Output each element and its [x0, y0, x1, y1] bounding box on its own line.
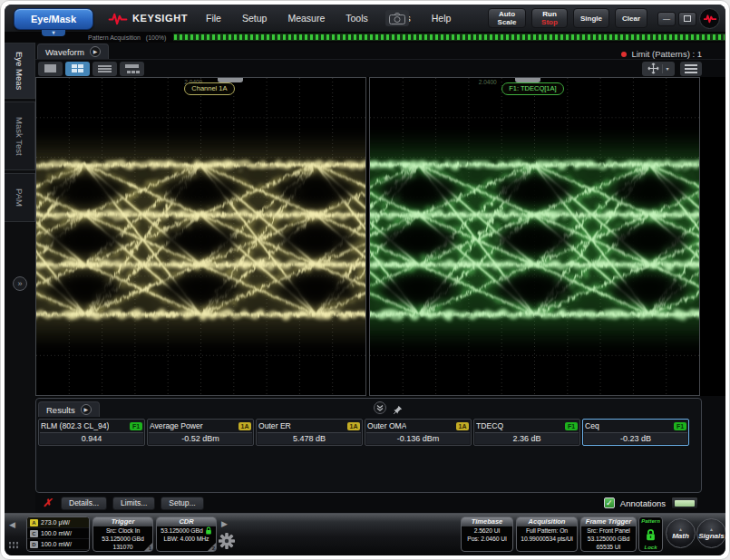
run-stop-button[interactable]: Run Stop — [531, 8, 568, 28]
math-button[interactable]: ▲ Math — [666, 518, 696, 548]
waveform-pane-channel-1a[interactable]: 2.0400 Channel 1A — [35, 77, 366, 396]
waveform-tab-row: Waveform ▶ Limit (Patterns) : 1 — [35, 43, 725, 59]
sidebar-tab-pam[interactable]: PAM — [5, 173, 35, 222]
source-badge: 1A — [347, 422, 360, 430]
timebase-panel[interactable]: Timebase 2.5620 UI Pos: 2.0460 UI — [461, 517, 513, 552]
double-chevron-down-icon — [376, 404, 384, 411]
panel-number: 2 — [212, 546, 215, 551]
app-dropdown-tab[interactable]: ▾ — [42, 30, 65, 36]
cross-arrows-icon — [647, 63, 659, 74]
menu-tools[interactable]: Tools — [346, 13, 368, 24]
waveform-tab[interactable]: Waveform ▶ — [37, 43, 109, 59]
menu-file[interactable]: File — [206, 13, 221, 24]
limit-status-text: Limit (Patterns) : 1 — [631, 49, 702, 59]
single-pane-icon — [44, 64, 56, 72]
play-icon[interactable]: ▶ — [90, 46, 101, 57]
result-cell-tdecq[interactable]: TDECQF1 2.36 dB — [473, 419, 580, 446]
keysight-logo: KEYSIGHT — [108, 12, 188, 25]
eye-mask-app-button[interactable]: Eye/Mask ▾ — [14, 8, 93, 30]
details-button[interactable]: Details... — [61, 497, 107, 510]
move-tool-button[interactable]: ▾ — [642, 62, 675, 76]
menu-help[interactable]: Help — [432, 13, 452, 24]
clear-button[interactable]: Clear — [615, 8, 647, 28]
results-header: Results ▶ — [36, 399, 701, 417]
delete-measurement-button[interactable]: ✗ — [39, 497, 55, 509]
minimize-icon: — — [663, 14, 670, 23]
results-panel: Results ▶ RLM (802.3 CL_94)F1 — [35, 398, 702, 493]
chevron-down-icon[interactable]: ▾ — [662, 64, 668, 73]
channel-label-pill[interactable]: Channel 1A — [184, 82, 234, 95]
keysight-spark-icon — [704, 14, 716, 24]
channel-d-scale: 100.0 mW/ — [41, 541, 72, 547]
layout-rows-button[interactable] — [92, 62, 117, 76]
result-cell-outer-er[interactable]: Outer ER1A 5.478 dB — [256, 419, 363, 446]
statusbar-grip-icon[interactable] — [8, 541, 20, 549]
waveform-pane-tdecq[interactable]: 2.0400 F1: TDECQ[1A] — [369, 77, 700, 396]
frame-trigger-panel[interactable]: Frame Trigger Src: Front Panel 53.125000… — [580, 517, 637, 552]
source-badge: F1 — [674, 422, 686, 430]
stacked-rows-icon — [98, 65, 112, 72]
annotation-color-swatch[interactable] — [671, 497, 698, 509]
menu-measure[interactable]: Measure — [287, 13, 325, 24]
padlock-icon — [645, 528, 657, 541]
annotations-checkbox[interactable]: ✓ — [604, 497, 615, 508]
settings-gear-button[interactable] — [219, 533, 235, 553]
result-cell-ceq[interactable]: CeqF1 -0.23 dB — [582, 419, 689, 446]
sidebar-tab-eye-meas[interactable]: Eye Meas — [5, 43, 35, 99]
pattern-lock-indicator[interactable]: Pattern Lock — [638, 517, 663, 552]
auto-scale-button[interactable]: Auto Scale — [488, 8, 526, 28]
panel-menu-button[interactable] — [680, 62, 702, 76]
result-value: -0.52 dBm — [149, 432, 252, 444]
signals-button[interactable]: ▲ Signals — [696, 518, 725, 548]
pin-results-button[interactable] — [393, 402, 403, 419]
statusbar-scroll-left-button[interactable]: ◀ — [9, 520, 15, 529]
minimize-button[interactable]: — — [657, 12, 676, 26]
math-button-label: Math — [672, 532, 689, 540]
maximize-button[interactable] — [678, 12, 696, 26]
menu-setup[interactable]: Setup — [242, 13, 267, 24]
play-icon[interactable]: ▶ — [81, 404, 92, 415]
statusbar-scroll-right-button[interactable]: ▶ — [221, 519, 228, 528]
menu-items: File Setup Measure Tools Apps Help — [206, 13, 451, 24]
layout-grid-button[interactable] — [120, 62, 144, 76]
cdr-panel[interactable]: CDR 53.125000 GBd LBW: 4.000 MHz 2 — [156, 517, 217, 552]
result-cell-rlm[interactable]: RLM (802.3 CL_94)F1 0.944 — [38, 419, 145, 446]
trigger-title: Trigger — [93, 517, 152, 526]
layout-single-button[interactable] — [38, 62, 63, 76]
channel-a-badge: A — [30, 519, 38, 526]
trigger-rate: 53.125000 GBd — [93, 535, 152, 543]
result-name: Ceq — [585, 421, 599, 430]
cdr-rate: 53.125000 GBd — [161, 526, 202, 535]
sidebar-tab-mask-test[interactable]: Mask Test — [5, 101, 35, 170]
trigger-panel[interactable]: Trigger Src: Clock In 53.125000 GBd 1310… — [92, 517, 153, 552]
timebase-position: Pos: 2.0460 UI — [462, 535, 512, 543]
keysight-app-icon[interactable] — [699, 8, 720, 29]
acquisition-title: Acquisition — [517, 517, 577, 526]
result-name: TDECQ — [476, 421, 503, 430]
limit-status: Limit (Patterns) : 1 — [621, 49, 702, 59]
collapse-results-button[interactable] — [374, 401, 386, 414]
results-tab[interactable]: Results ▶ — [38, 401, 100, 417]
screenshot-button[interactable] — [385, 10, 409, 26]
layout-quad-button[interactable] — [65, 62, 90, 76]
limits-button[interactable]: Limits... — [112, 497, 155, 510]
result-cell-average-power[interactable]: Average Power1A -0.52 dBm — [147, 419, 254, 446]
result-cell-outer-oma[interactable]: Outer OMA1A -0.136 dBm — [365, 419, 472, 446]
function-label-pill[interactable]: F1: TDECQ[1A] — [501, 82, 563, 95]
result-name: Outer OMA — [367, 421, 406, 430]
setup-button[interactable]: Setup... — [161, 497, 203, 510]
acquisition-panel[interactable]: Acquisition Full Pattern: On 10.99000534… — [516, 517, 578, 552]
source-badge: 1A — [456, 422, 469, 430]
source-badge: F1 — [130, 422, 142, 430]
sidebar-expand-button[interactable]: » — [13, 276, 27, 291]
cdr-loop-bandwidth: LBW: 4.000 MHz — [157, 535, 216, 543]
window-controls: — — [657, 8, 720, 29]
limit-indicator-dot — [621, 52, 627, 57]
keysight-spark-icon — [108, 12, 128, 25]
trigger-source: Src: Clock In — [93, 526, 152, 535]
single-button[interactable]: Single — [573, 8, 609, 28]
channel-scales-panel[interactable]: A273.0 µW/ C100.0 mW/ D100.0 mW/ — [26, 517, 90, 552]
results-tab-label: Results — [46, 405, 75, 415]
left-tab-sidebar: Eye Meas Mask Test PAM » — [5, 43, 35, 513]
channel-c-badge: C — [30, 530, 38, 537]
